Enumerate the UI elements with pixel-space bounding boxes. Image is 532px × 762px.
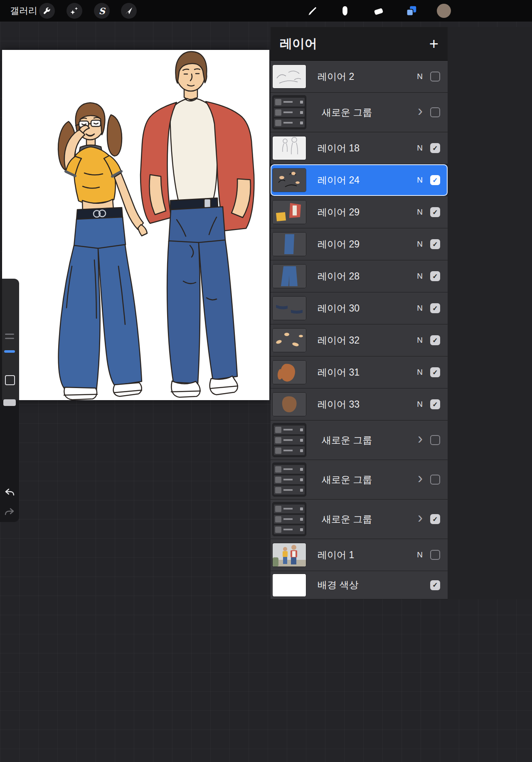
- blend-mode-button[interactable]: N: [417, 72, 423, 81]
- canvas-illustration: [2, 50, 269, 400]
- selection-button[interactable]: S: [94, 3, 110, 19]
- layer-group-row[interactable]: 새로운 그룹›✓: [271, 500, 448, 539]
- paint-button[interactable]: [306, 4, 320, 18]
- layer-thumbnail[interactable]: [273, 329, 306, 352]
- layer-row[interactable]: 레이어 28N✓: [271, 260, 448, 292]
- layer-row[interactable]: 레이어 2N: [271, 61, 448, 93]
- blend-mode-button[interactable]: N: [417, 272, 423, 281]
- artwork-canvas[interactable]: [2, 50, 269, 400]
- visibility-checkbox[interactable]: [430, 435, 440, 445]
- layer-group-row[interactable]: 새로운 그룹›: [271, 460, 448, 500]
- chevron-right-icon[interactable]: ›: [418, 514, 423, 522]
- brush-size-slider-handle[interactable]: [4, 350, 15, 353]
- blend-mode-button[interactable]: N: [417, 240, 423, 249]
- smudge-button[interactable]: [338, 4, 352, 18]
- procreate-app: 갤러리 S: [0, 0, 532, 762]
- selection-s-icon: S: [99, 6, 105, 16]
- layer-thumbnail[interactable]: [273, 502, 306, 536]
- visibility-checkbox[interactable]: ✓: [430, 271, 440, 281]
- blend-mode-button[interactable]: N: [417, 208, 423, 217]
- visibility-checkbox[interactable]: ✓: [430, 175, 440, 185]
- layer-thumbnail[interactable]: [273, 543, 306, 567]
- blend-mode-button[interactable]: N: [417, 176, 423, 185]
- layer-row[interactable]: 레이어 1N: [271, 539, 448, 571]
- redo-button[interactable]: [4, 506, 15, 517]
- layer-name: 배경 색상: [318, 579, 448, 591]
- layer-thumbnail[interactable]: [273, 96, 306, 129]
- layer-thumbnail[interactable]: [273, 393, 306, 416]
- layer-thumbnail[interactable]: [273, 361, 306, 384]
- visibility-checkbox[interactable]: ✓: [430, 303, 440, 313]
- visibility-checkbox[interactable]: [430, 475, 440, 485]
- layer-thumbnail[interactable]: [273, 463, 306, 496]
- visibility-checkbox[interactable]: [430, 107, 440, 117]
- transform-arrow-icon: [124, 6, 133, 15]
- visibility-checkbox[interactable]: ✓: [430, 514, 440, 524]
- visibility-checkbox[interactable]: ✓: [430, 143, 440, 153]
- wrench-icon: [42, 6, 52, 15]
- layer-row[interactable]: 레이어 29N✓: [271, 228, 448, 260]
- background-color-row[interactable]: 배경 색상✓: [271, 571, 448, 599]
- layer-thumbnail[interactable]: [273, 265, 306, 288]
- layer-row[interactable]: 레이어 24N✓: [271, 164, 448, 196]
- layer-thumbnail[interactable]: [273, 423, 306, 457]
- layer-row[interactable]: 레이어 29N✓: [271, 196, 448, 228]
- undo-icon: [4, 487, 15, 497]
- top-toolbar: 갤러리 S: [0, 0, 532, 22]
- visibility-checkbox[interactable]: ✓: [430, 367, 440, 377]
- blend-mode-button[interactable]: N: [417, 336, 423, 345]
- visibility-checkbox[interactable]: ✓: [430, 239, 440, 249]
- color-swatch[interactable]: [437, 4, 451, 18]
- layer-thumbnail[interactable]: [273, 136, 306, 160]
- visibility-checkbox[interactable]: ✓: [430, 207, 440, 217]
- layer-row[interactable]: 레이어 32N✓: [271, 324, 448, 356]
- layer-thumbnail[interactable]: [273, 168, 306, 192]
- layer-thumbnail[interactable]: [273, 233, 306, 256]
- layer-row[interactable]: 레이어 30N✓: [271, 292, 448, 324]
- layer-row[interactable]: 레이어 31N✓: [271, 356, 448, 388]
- chevron-right-icon[interactable]: ›: [418, 474, 423, 482]
- slider-tick: [5, 334, 14, 335]
- slider-tick: [5, 338, 14, 339]
- layer-row[interactable]: 레이어 33N✓: [271, 388, 448, 421]
- transform-button[interactable]: [121, 3, 137, 19]
- blend-mode-button[interactable]: N: [417, 400, 423, 409]
- gallery-button[interactable]: 갤러리: [10, 0, 37, 22]
- smudge-finger-icon: [339, 5, 351, 17]
- undo-button[interactable]: [4, 487, 15, 497]
- layer-list: 레이어 2N새로운 그룹›레이어 18N✓레이어 24N✓레이어 29N✓레이어…: [271, 61, 448, 599]
- blend-mode-button[interactable]: N: [417, 368, 423, 377]
- layers-panel-title: 레이어: [280, 35, 429, 52]
- actions-button[interactable]: [39, 3, 55, 19]
- visibility-checkbox[interactable]: [430, 72, 440, 82]
- layer-thumbnail[interactable]: [273, 574, 306, 596]
- modify-button[interactable]: [5, 375, 15, 385]
- adjustments-button[interactable]: [66, 3, 82, 19]
- paintbrush-icon: [307, 5, 319, 17]
- layer-thumbnail[interactable]: [273, 200, 306, 224]
- layers-panel-header: 레이어 +: [271, 27, 448, 61]
- blend-mode-button[interactable]: N: [417, 143, 423, 153]
- chevron-right-icon[interactable]: ›: [418, 435, 423, 443]
- erase-button[interactable]: [372, 4, 386, 18]
- redo-icon: [4, 506, 15, 517]
- blend-mode-button[interactable]: N: [417, 304, 423, 313]
- visibility-checkbox[interactable]: ✓: [430, 399, 440, 409]
- layer-thumbnail[interactable]: [273, 297, 306, 320]
- layer-group-row[interactable]: 새로운 그룹›: [271, 421, 448, 460]
- layer-group-row[interactable]: 새로운 그룹›: [271, 93, 448, 132]
- layers-panel: 레이어 + 레이어 2N새로운 그룹›레이어 18N✓레이어 24N✓레이어 2…: [271, 27, 532, 599]
- layers-button[interactable]: [404, 4, 419, 18]
- magic-wand-icon: [70, 6, 79, 15]
- layer-thumbnail[interactable]: [273, 65, 306, 88]
- sidebar-controls: [0, 279, 19, 522]
- visibility-checkbox[interactable]: ✓: [430, 580, 440, 590]
- visibility-checkbox[interactable]: ✓: [430, 335, 440, 345]
- blend-mode-button[interactable]: N: [417, 550, 423, 559]
- add-layer-button[interactable]: +: [429, 37, 438, 50]
- chevron-right-icon[interactable]: ›: [418, 107, 423, 115]
- eraser-icon: [373, 5, 384, 17]
- layer-row[interactable]: 레이어 18N✓: [271, 132, 448, 164]
- visibility-checkbox[interactable]: [430, 550, 440, 560]
- opacity-slider-handle[interactable]: [3, 399, 16, 406]
